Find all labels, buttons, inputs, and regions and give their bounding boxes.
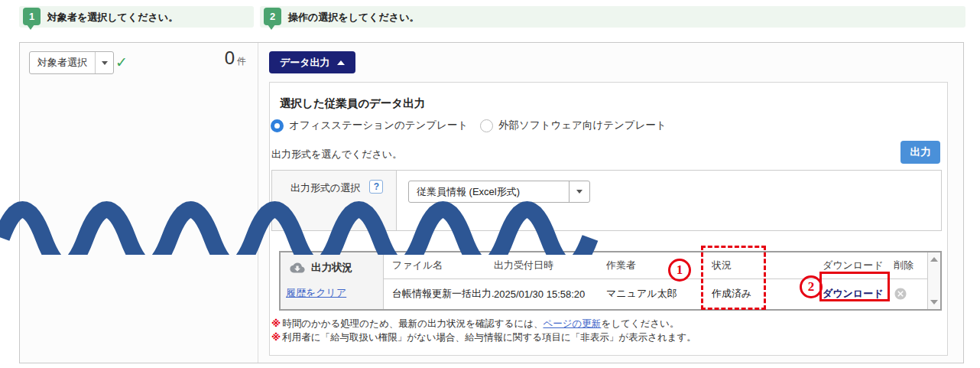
history-main: ファイル名 出力受付日時 作業者 状況 ダウンロード 削除 台帳情報更新一括出力…	[384, 252, 927, 309]
col-download: ダウンロード	[823, 259, 894, 272]
chevron-up-icon	[337, 60, 345, 65]
export-section-title: 選択した従業員のデータ出力	[280, 96, 425, 111]
format-label-cell: 出力形式の選択 ?	[272, 171, 397, 230]
check-icon: ✓	[115, 54, 128, 71]
clear-history-link[interactable]: 履歴をクリア	[286, 286, 346, 300]
chevron-down-icon	[576, 190, 582, 194]
cloud-download-icon	[290, 262, 305, 274]
format-selection-table: 出力形式の選択 ? 従業員情報 (Excel形式)	[271, 170, 942, 231]
output-status-header: 出力状況	[290, 261, 352, 275]
output-status-sidebar: 出力状況 履歴をクリア	[281, 252, 384, 309]
step2-badge: 2	[264, 8, 281, 25]
history-scrollbar[interactable]	[927, 252, 940, 309]
step2-number: 2	[270, 11, 275, 22]
selected-count-unit: 件	[237, 56, 246, 67]
format-select-label: 出力形式の選択	[290, 181, 360, 230]
cell-status: 作成済み	[712, 287, 823, 301]
step1-badge-tail	[27, 24, 34, 30]
chevron-down-icon	[102, 61, 108, 65]
radio-external-software-template[interactable]: 外部ソフトウェア向けテンプレート	[480, 119, 667, 132]
help-icon[interactable]: ?	[369, 180, 383, 194]
history-header-row: ファイル名 出力受付日時 作業者 状況 ダウンロード 削除	[384, 252, 927, 279]
col-status: 状況	[712, 259, 823, 272]
format-select-caret[interactable]	[569, 181, 589, 202]
radio-external-software-label: 外部ソフトウェア向けテンプレート	[498, 119, 667, 132]
cell-file-name: 台帳情報更新一括出力...	[392, 287, 494, 301]
step2-label: 操作の選択をしてください。	[288, 11, 419, 24]
page: 1 2 対象者を選択してください。 操作の選択をしてください。 対象者選択 ✓ …	[0, 0, 980, 368]
cell-operator: マニュアル太郎	[606, 287, 712, 301]
data-export-toggle-button[interactable]: データ出力	[269, 51, 355, 73]
footnote-1: ※時間のかかる処理のため、最新の出力状況を確認するには、ページの更新をしてくださ…	[271, 317, 696, 331]
format-select-dropdown[interactable]: 従業員情報 (Excel形式)	[408, 181, 590, 203]
col-file-name: ファイル名	[392, 259, 494, 272]
step1-label: 対象者を選択してください。	[47, 11, 178, 24]
step2-badge-tail	[268, 24, 275, 30]
footnotes: ※時間のかかる処理のため、最新の出力状況を確認するには、ページの更新をしてくださ…	[271, 317, 696, 344]
export-button[interactable]: 出力	[900, 141, 940, 164]
output-status-title: 出力状況	[311, 261, 352, 275]
footnote-2-text: 利用者に「給与取扱い権限」がない場合、給与情報に関する項目に「非表示」が表示され…	[282, 332, 696, 343]
page-refresh-link[interactable]: ページの更新	[543, 318, 601, 329]
footnote-1-marker: ※	[271, 318, 281, 329]
download-link[interactable]: ダウンロード	[823, 288, 884, 299]
col-accepted-at: 出力受付日時	[494, 259, 606, 272]
radio-selected-icon[interactable]	[271, 119, 284, 132]
target-select-label: 対象者選択	[30, 52, 95, 73]
footnote-1-text: 時間のかかる処理のため、最新の出力状況を確認するには、	[282, 318, 543, 329]
col-operator: 作業者	[606, 259, 712, 272]
col-delete: 削除	[894, 259, 927, 272]
scroll-down-icon[interactable]	[930, 300, 938, 304]
footnote-2-marker: ※	[271, 332, 281, 343]
scroll-up-icon[interactable]	[930, 257, 938, 262]
radio-office-station-template[interactable]: オフィスステーションのテンプレート	[271, 119, 468, 132]
selected-count-value: 0	[225, 47, 235, 68]
selected-count: 0件	[176, 47, 246, 69]
step1-number: 1	[29, 11, 34, 22]
cell-accepted-at: 2025/01/30 15:58:20	[494, 288, 606, 300]
radio-office-station-label: オフィスステーションのテンプレート	[289, 119, 468, 132]
data-export-toggle-label: データ出力	[280, 56, 330, 70]
footnote-2: ※利用者に「給与取扱い権限」がない場合、給与情報に関する項目に「非表示」が表示さ…	[271, 331, 696, 344]
footnote-1-text-after: をしてください。	[601, 318, 679, 329]
target-select-caret[interactable]	[95, 52, 113, 73]
history-data-row: 台帳情報更新一括出力... 2025/01/30 15:58:20 マニュアル太…	[384, 279, 927, 308]
format-select-value: 従業員情報 (Excel形式)	[409, 181, 569, 202]
panel-divider	[258, 43, 258, 363]
output-history-table: 出力状況 履歴をクリア ファイル名 出力受付日時 作業者 状況 ダウンロード 削…	[279, 251, 942, 311]
target-select-button[interactable]: 対象者選択	[29, 51, 114, 74]
radio-unselected-icon[interactable]	[480, 119, 493, 132]
step1-badge: 1	[23, 8, 41, 25]
format-prompt-text: 出力形式を選んでください。	[271, 148, 402, 161]
delete-icon[interactable]	[894, 287, 907, 301]
